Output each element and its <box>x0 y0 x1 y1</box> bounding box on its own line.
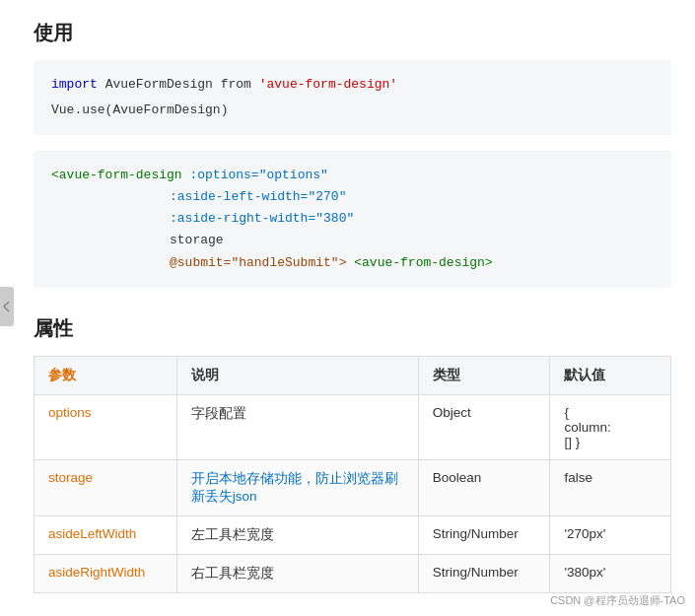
default-storage: false <box>550 459 671 515</box>
desc-storage: 开启本地存储功能，防止浏览器刷新丢失json <box>176 459 418 515</box>
param-aside-left: asideLeftWidth <box>35 515 177 554</box>
attr-aside-right: :aside-right-width="380" <box>170 211 354 226</box>
import-name: AvueFormDesign <box>105 77 221 92</box>
props-table: 参数 说明 类型 默认值 options 字段配置 Object {column… <box>34 356 671 593</box>
usage-section: 使用 import AvueFormDesign from 'avue-form… <box>34 20 671 288</box>
watermark: CSDN @程序员劲退师-TAO <box>550 593 685 608</box>
left-arrow-button[interactable] <box>0 287 14 326</box>
template-code-block: <avue-form-design :options="options" :as… <box>34 151 671 287</box>
col-header-default: 默认值 <box>550 356 671 394</box>
attr-storage: storage <box>170 233 224 247</box>
import-code-block: import AvueFormDesign from 'avue-form-de… <box>34 60 671 135</box>
attr-options: :options="options" <box>189 168 327 182</box>
attr-aside-left: :aside-left-width="270" <box>170 189 346 204</box>
type-storage: Boolean <box>418 459 550 515</box>
type-options: Object <box>418 394 550 459</box>
props-section: 属性 参数 说明 类型 默认值 options 字段配置 Object {col… <box>34 315 671 593</box>
param-options: options <box>35 394 177 459</box>
tag-close: <avue-from-design> <box>354 255 492 270</box>
default-aside-right: '380px' <box>550 554 671 592</box>
param-storage: storage <box>35 459 177 515</box>
table-row: options 字段配置 Object {column:[] } <box>35 394 671 459</box>
desc-storage-text: 开启本地存储功能，防止浏览器刷新丢失json <box>191 471 398 504</box>
vue-use-line: Vue.use(AvueFormDesign) <box>51 103 228 117</box>
type-aside-right: String/Number <box>418 554 550 592</box>
type-aside-left: String/Number <box>418 515 550 554</box>
attr-submit: @submit="handleSubmit"> <box>170 255 346 270</box>
desc-options: 字段配置 <box>176 394 418 459</box>
col-header-desc: 说明 <box>176 356 418 394</box>
col-header-param: 参数 <box>35 356 177 394</box>
table-row: asideRightWidth 右工具栏宽度 String/Number '38… <box>35 554 671 592</box>
desc-aside-left: 左工具栏宽度 <box>176 515 418 554</box>
table-row: storage 开启本地存储功能，防止浏览器刷新丢失json Boolean f… <box>35 459 671 515</box>
import-path: 'avue-form-design' <box>259 77 397 92</box>
from-keyword: from <box>221 77 251 92</box>
tag-open: <avue-form-design <box>51 168 182 182</box>
import-keyword: import <box>51 77 98 92</box>
col-header-type: 类型 <box>418 356 550 394</box>
table-header-row: 参数 说明 类型 默认值 <box>35 356 671 394</box>
usage-title: 使用 <box>34 20 671 46</box>
props-title: 属性 <box>34 315 671 342</box>
table-row: asideLeftWidth 左工具栏宽度 String/Number '270… <box>35 515 671 554</box>
param-aside-right: asideRightWidth <box>35 554 177 592</box>
default-options: {column:[] } <box>550 394 671 459</box>
desc-aside-right: 右工具栏宽度 <box>176 554 418 592</box>
default-aside-left: '270px' <box>550 515 671 554</box>
